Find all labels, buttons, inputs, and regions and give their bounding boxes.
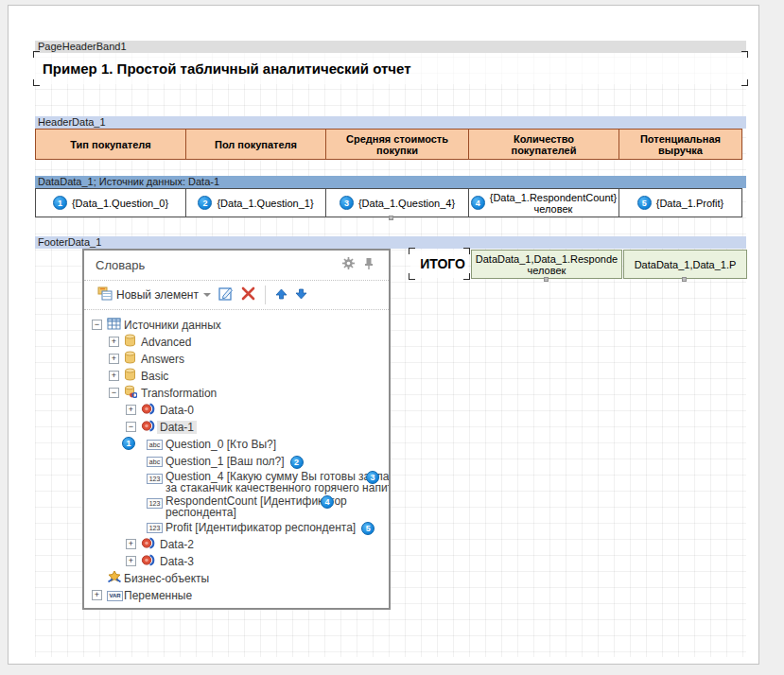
tree-item-question_1[interactable]: abcQuestion_1 [Ваш пол?]2 — [84, 453, 389, 470]
move-down-button[interactable] — [291, 284, 311, 306]
data-row: 1{Data_1.Question_0}2{Data_1.Question_1}… — [35, 188, 742, 217]
resize-handle[interactable] — [389, 216, 393, 220]
header-row-cell[interactable]: Количествопокупателей — [468, 129, 619, 160]
tree-item-data-1[interactable]: −Data-1 — [84, 419, 389, 436]
header-row-cell[interactable]: Средняя стоимостьпокупки — [325, 129, 469, 160]
transformation-icon — [124, 385, 137, 402]
delete-button[interactable] — [237, 284, 259, 306]
selection-corner-mark — [409, 248, 415, 254]
tree-item-basic[interactable]: +Basic — [84, 368, 389, 385]
table-icon — [107, 317, 121, 334]
designer-canvas: PageHeaderBand1 Пример 1. Простой таблич… — [0, 0, 784, 675]
tree-item-label: Question_4 [Какую сумму Вы готовы заплат… — [166, 470, 389, 493]
tree-item-label: Question_1 [Ваш пол?]2 — [166, 453, 304, 470]
cell-text: {Data_1.RespondentCount}человек — [490, 192, 618, 215]
tree-item-data-2[interactable]: +Data-2 — [84, 536, 389, 553]
dictionary-tree: −Источники данных+Advanced+Answers+Basic… — [84, 310, 389, 608]
new-item-icon — [97, 287, 113, 303]
cell-text: Тип покупателя — [70, 139, 150, 150]
cell-text: DataData_1,Data_1.P — [635, 259, 737, 270]
expander-plus-icon[interactable]: + — [92, 590, 102, 600]
expander-plus-icon[interactable]: + — [109, 337, 119, 347]
number-badge: 5 — [637, 196, 652, 210]
datasource-icon — [141, 553, 156, 570]
tree-item-label: Profit [Идентификатор респондента]5 — [166, 519, 375, 536]
tree-item-label: RespondentCount [Идентификаторреспондент… — [166, 494, 347, 518]
expander-plus-icon[interactable]: + — [126, 539, 136, 549]
delete-icon — [241, 286, 255, 304]
expander-plus-icon[interactable]: + — [126, 405, 136, 415]
new-item-icon — [97, 286, 113, 304]
header-row-cell[interactable]: Пол покупателя — [185, 129, 326, 160]
header-row-cell[interactable]: Потенциальнаявыручка — [618, 129, 742, 160]
datasource-icon — [141, 536, 156, 553]
expander-plus-icon[interactable]: + — [109, 371, 119, 381]
report-title-text: Пример 1. Простой табличный аналитически… — [43, 61, 411, 77]
header-row-cell[interactable]: Тип покупателя — [35, 129, 186, 160]
report-title-textbox[interactable]: Пример 1. Простой табличный аналитически… — [35, 53, 746, 84]
new-item-label: Новый элемент — [116, 288, 199, 302]
tree-item-переменные[interactable]: +VARПеременные — [84, 587, 389, 604]
tree-item-profit[interactable]: 123Profit [Идентификатор респондента]5 — [84, 519, 389, 536]
band-footerdata-bar[interactable]: FooterData_1 — [35, 236, 746, 249]
data-row-cell[interactable]: 1{Data_1.Question_0} — [35, 188, 186, 217]
123-icon: 123 — [147, 523, 163, 533]
edit-button[interactable] — [215, 284, 237, 306]
data-row-cell[interactable]: 2{Data_1.Question_1} — [185, 188, 326, 217]
expander-plus-icon[interactable]: + — [126, 556, 136, 566]
tree-item-label: Transformation — [141, 385, 217, 402]
tree-item-бизнес-объекты[interactable]: Бизнес-объекты — [84, 570, 389, 587]
expander-minus-icon[interactable]: − — [109, 388, 119, 398]
resize-handle[interactable] — [544, 277, 549, 282]
123-icon: 123 — [147, 498, 163, 509]
data-row-cell[interactable]: 5{Data_1.Profit} — [618, 188, 742, 217]
tree-item-label: Бизнес-объекты — [124, 570, 209, 587]
selection-corner-mark — [409, 273, 415, 280]
expander-plus-icon[interactable]: + — [109, 354, 119, 364]
cell-text: {Data_1.Question_4} — [358, 198, 455, 209]
tree-item-label: Data-0 — [160, 402, 194, 419]
tree-item-data-0[interactable]: +Data-0 — [84, 402, 389, 419]
data-row-cell[interactable]: 3{Data_1.Question_4} — [325, 188, 469, 217]
expander-minus-icon[interactable]: − — [92, 320, 102, 330]
selection-corner-mark — [463, 273, 470, 280]
number-badge: 5 — [361, 522, 375, 535]
footer-sum-cell[interactable]: DataData_1,Data_1.P — [623, 250, 747, 279]
selection-corner-mark — [33, 79, 40, 86]
band-headerdata-bar[interactable]: HeaderData_1 — [35, 116, 746, 129]
tree-item-question_0[interactable]: abcQuestion_0 [Кто Вы?]1 — [84, 436, 389, 453]
tree-item-label: Answers — [141, 351, 184, 368]
number-badge: 3 — [340, 196, 354, 210]
tree-item-question_4[interactable]: 123Question_4 [Какую сумму Вы готовы зап… — [84, 470, 389, 494]
tree-item-label: Data-2 — [160, 536, 194, 553]
expander-minus-icon[interactable]: − — [126, 422, 136, 432]
down-icon — [295, 286, 307, 303]
up-icon — [275, 286, 287, 303]
tree-item-data-3[interactable]: +Data-3 — [84, 553, 389, 570]
tree-item-answers[interactable]: +Answers — [84, 351, 389, 368]
footer-sum-cell[interactable]: DataData_1,Data_1.Respondeчеловек — [471, 250, 622, 279]
toolbar-separator — [265, 286, 266, 304]
tree-item-advanced[interactable]: +Advanced — [84, 334, 389, 351]
band-datadata-bar[interactable]: DataData_1; Источник данных: Data-1 — [35, 176, 746, 188]
selection-corner-mark — [463, 248, 470, 254]
new-item-button[interactable]: Новый элемент — [94, 284, 215, 306]
resize-handle[interactable] — [682, 277, 687, 282]
cell-text: {Data_1.Question_1} — [217, 198, 313, 209]
gear-icon — [341, 256, 356, 274]
tree-item-label: Источники данных — [124, 317, 221, 334]
tree-item-transformation[interactable]: −Transformation — [84, 385, 389, 402]
tree-item-label: Question_0 [Кто Вы?] — [166, 436, 276, 453]
tree-item-respondentcount[interactable]: 123RespondentCount [Идентификаторреспонд… — [84, 494, 389, 519]
tree-item-источники[interactable]: −Источники данных — [84, 317, 389, 334]
data-row-cell[interactable]: 4{Data_1.RespondentCount}человек — [468, 188, 619, 217]
gear-icon[interactable] — [338, 255, 358, 276]
pin-icon[interactable] — [358, 255, 379, 276]
cell-text: DataData_1,Data_1.Respondeчеловек — [476, 253, 618, 276]
band-pageheader-bar[interactable]: PageHeaderBand1 — [35, 41, 746, 53]
dictionary-panel: Словарь Новый элемент −Источники данных+… — [82, 249, 391, 610]
move-up-button[interactable] — [271, 284, 291, 306]
number-badge: 2 — [198, 196, 212, 210]
footer-total-cell[interactable]: ИТОГО — [410, 250, 468, 278]
datasource-icon — [141, 402, 156, 419]
